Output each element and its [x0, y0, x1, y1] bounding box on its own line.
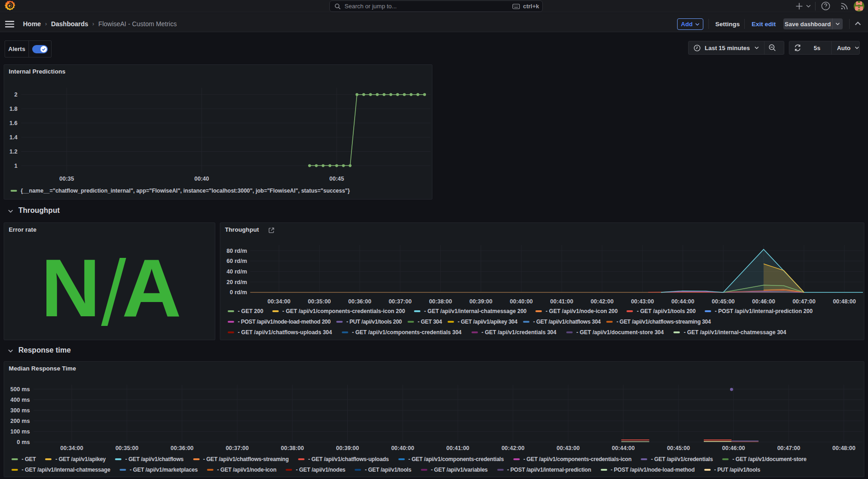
svg-text:20 rd/m: 20 rd/m [227, 279, 247, 285]
svg-text:80 rd/m: 80 rd/m [227, 248, 247, 254]
svg-text:1: 1 [14, 163, 17, 169]
svg-text:1.4: 1.4 [10, 134, 17, 141]
svg-text:00:48:00: 00:48:00 [833, 445, 856, 451]
svg-text:00:42:00: 00:42:00 [591, 298, 614, 305]
svg-text:100 ms: 100 ms [11, 428, 30, 435]
svg-text:00:35:00: 00:35:00 [115, 445, 138, 451]
svg-text:00:36:00: 00:36:00 [171, 445, 194, 451]
svg-text:00:43:00: 00:43:00 [631, 298, 654, 305]
svg-text:40 rd/m: 40 rd/m [227, 268, 247, 275]
svg-text:00:36:00: 00:36:00 [348, 298, 371, 305]
svg-text:300 ms: 300 ms [11, 407, 30, 414]
svg-text:1.8: 1.8 [10, 106, 17, 112]
svg-text:00:41:00: 00:41:00 [446, 445, 469, 451]
svg-text:00:40:00: 00:40:00 [510, 298, 533, 305]
svg-text:00:34:00: 00:34:00 [60, 445, 83, 451]
svg-text:00:44:00: 00:44:00 [612, 445, 635, 451]
svg-text:00:40: 00:40 [195, 176, 209, 182]
svg-text:00:42:00: 00:42:00 [501, 445, 524, 451]
svg-text:00:46:00: 00:46:00 [722, 445, 745, 451]
svg-text:00:35: 00:35 [59, 176, 74, 182]
svg-text:00:41:00: 00:41:00 [550, 298, 573, 305]
svg-text:1.6: 1.6 [10, 120, 17, 126]
svg-text:00:45:00: 00:45:00 [712, 298, 735, 305]
svg-text:00:39:00: 00:39:00 [336, 445, 359, 451]
svg-text:00:38:00: 00:38:00 [281, 445, 304, 451]
svg-text:00:44:00: 00:44:00 [671, 298, 694, 305]
svg-text:00:34:00: 00:34:00 [267, 298, 290, 305]
svg-text:2: 2 [14, 91, 17, 98]
svg-text:00:38:00: 00:38:00 [429, 298, 452, 305]
svg-text:00:35:00: 00:35:00 [308, 298, 331, 305]
svg-text:00:47:00: 00:47:00 [793, 298, 816, 305]
svg-text:200 ms: 200 ms [11, 418, 30, 424]
svg-text:00:43:00: 00:43:00 [557, 445, 580, 451]
svg-text:500 ms: 500 ms [11, 386, 30, 393]
svg-text:400 ms: 400 ms [11, 397, 30, 403]
svg-text:00:46:00: 00:46:00 [752, 298, 775, 305]
svg-text:1.2: 1.2 [10, 148, 17, 155]
svg-text:60 rd/m: 60 rd/m [227, 258, 247, 264]
svg-text:00:40:00: 00:40:00 [391, 445, 414, 451]
svg-text:00:45: 00:45 [329, 176, 344, 182]
svg-text:00:37:00: 00:37:00 [226, 445, 249, 451]
svg-text:00:45:00: 00:45:00 [667, 445, 690, 451]
svg-text:00:39:00: 00:39:00 [469, 298, 492, 305]
svg-text:00:48:00: 00:48:00 [833, 298, 856, 305]
svg-text:00:47:00: 00:47:00 [777, 445, 800, 451]
svg-text:0 rd/m: 0 rd/m [230, 289, 247, 296]
svg-text:00:37:00: 00:37:00 [389, 298, 412, 305]
svg-text:0 ms: 0 ms [17, 439, 30, 445]
